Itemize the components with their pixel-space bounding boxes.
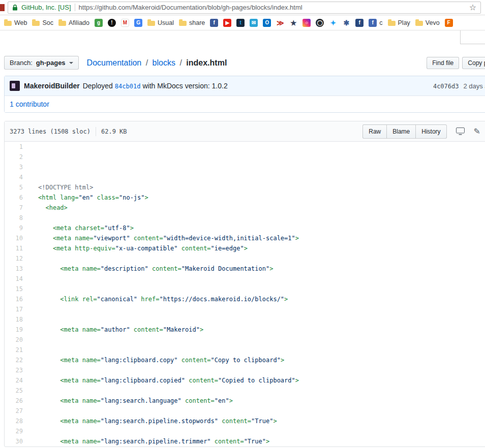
twitter-app-icon: t (236, 19, 245, 27)
bookmark-item[interactable]: ○ (300, 18, 313, 28)
breadcrumb-dir-link[interactable]: blocks (153, 58, 175, 67)
line-number[interactable]: 12 (5, 253, 28, 264)
line-number[interactable]: 14 (5, 274, 28, 284)
line-number[interactable]: 29 (5, 426, 28, 436)
code-table-body: 12345<!DOCTYPE html>6<html lang="en" cla… (5, 142, 485, 446)
code-line: 15 (5, 284, 485, 294)
edit-file-icon[interactable]: ✎ (474, 126, 480, 136)
line-number[interactable]: 19 (5, 325, 28, 335)
code-line: 1 (5, 142, 485, 152)
line-number[interactable]: 22 (5, 355, 28, 365)
bookmark-item[interactable]: ≫ (274, 18, 287, 28)
line-number[interactable]: 7 (5, 203, 28, 213)
line-number[interactable]: 4 (5, 172, 28, 182)
bookmark-item[interactable]: Vevo (413, 18, 442, 27)
bookmark-item[interactable]: ! (105, 18, 118, 28)
bookmark-item[interactable]: Web (2, 18, 29, 27)
line-number[interactable]: 11 (5, 243, 28, 253)
file-lines-info: 3273 lines (1508 sloc) (10, 128, 90, 135)
bookmark-item[interactable]: ★ (287, 18, 300, 28)
line-number[interactable]: 21 (5, 345, 28, 355)
code-line: 6<html lang="en" class="no-js"> (5, 193, 485, 203)
raw-button[interactable]: Raw (362, 124, 387, 139)
bookmark-item[interactable]: g (92, 18, 105, 28)
line-number[interactable]: 24 (5, 375, 28, 386)
line-number[interactable]: 1 (5, 142, 28, 152)
line-number[interactable]: 15 (5, 284, 28, 294)
code-text (28, 284, 485, 294)
line-number[interactable]: 30 (5, 436, 28, 446)
line-number[interactable]: 10 (5, 233, 28, 243)
instagram-icon: ○ (302, 19, 311, 27)
latest-commit-bar: MakeroidBuilder Deployed84cb01dwith MkDo… (5, 76, 485, 96)
bookmark-item[interactable]: Afiliado (56, 18, 92, 27)
code-line: 8 (5, 213, 485, 223)
line-number[interactable]: 2 (5, 152, 28, 162)
code-line: 13 <meta name="description" content="Mak… (5, 264, 485, 274)
bookmark-item[interactable]: ▶ (221, 18, 234, 28)
bookmark-star-icon[interactable]: ☆ (469, 4, 476, 12)
blame-button[interactable]: Blame (386, 124, 416, 139)
bookmark-label: Vevo (426, 19, 440, 26)
code-text: <meta name="lang:clipboard.copy" content… (28, 355, 485, 365)
bookmark-item[interactable]: f (207, 18, 221, 28)
bookmark-item[interactable]: Soc (29, 18, 56, 27)
bookmark-item[interactable]: O (260, 18, 274, 28)
code-text (28, 314, 485, 325)
url-text[interactable]: https://github.com/Makeroid/Documentatio… (79, 4, 466, 11)
line-number[interactable]: 16 (5, 294, 28, 304)
avatar[interactable] (10, 81, 20, 91)
code-line: 4 (5, 172, 485, 182)
history-button[interactable]: History (415, 124, 446, 139)
bookmark-item[interactable]: fc (366, 18, 385, 28)
bookmark-item[interactable]: Usual (145, 18, 176, 27)
bookmark-item[interactable]: ✦ (326, 18, 340, 28)
bookmark-item[interactable]: f (353, 18, 366, 28)
line-number[interactable]: 3 (5, 162, 28, 172)
bookmark-item[interactable]: ◯ (313, 18, 326, 28)
branch-selector-button[interactable]: Branch: gh-pages (4, 56, 79, 70)
code-text: <meta name="viewport" content="width=dev… (28, 233, 485, 243)
code-line: 3 (5, 162, 485, 172)
bookmark-item[interactable]: ✉ (247, 18, 260, 28)
copy-path-button[interactable]: Copy path (462, 57, 485, 69)
bookmark-item[interactable]: G (132, 18, 145, 28)
find-file-button[interactable]: Find file (427, 57, 459, 69)
line-number[interactable]: 18 (5, 314, 28, 325)
breadcrumb-repo-link[interactable]: Documentation (87, 58, 142, 67)
deploy-sha-link[interactable]: 84cb01d (115, 83, 141, 90)
bookmark-item[interactable]: t (234, 18, 247, 28)
bookmark-item[interactable]: share (176, 18, 207, 27)
line-number[interactable]: 17 (5, 304, 28, 314)
code-text (28, 162, 485, 172)
file-info: 3273 lines (1508 sloc) 62.9 KB (10, 127, 127, 136)
code-text: <meta name="lang:clipboard.copied" conte… (28, 375, 485, 386)
bookmark-item[interactable]: F (442, 18, 456, 28)
open-in-desktop-icon[interactable] (456, 127, 465, 135)
omnibox[interactable]: GitHub, Inc. [US] https://github.com/Mak… (8, 2, 481, 14)
line-number[interactable]: 9 (5, 223, 28, 233)
code-line: 26 <meta name="lang:search.language" con… (5, 396, 485, 406)
bookmark-item[interactable]: M (118, 18, 132, 28)
security-label: GitHub, Inc. [US] (21, 4, 71, 11)
commit-author-link[interactable]: MakeroidBuilder (24, 82, 80, 90)
line-number[interactable]: 23 (5, 365, 28, 375)
line-number[interactable]: 28 (5, 416, 28, 426)
line-number[interactable]: 6 (5, 193, 28, 203)
line-number[interactable]: 26 (5, 396, 28, 406)
code-line: 27 (5, 406, 485, 416)
chevron-down-icon (69, 62, 73, 64)
bookmark-item[interactable]: Play (385, 18, 413, 27)
line-number[interactable]: 5 (5, 182, 28, 193)
line-number[interactable]: 8 (5, 213, 28, 223)
line-number[interactable]: 20 (5, 335, 28, 345)
contributors-link[interactable]: 1 contributor (10, 100, 49, 108)
commit-message-text: with MkDocs version: 1.0.2 (142, 82, 227, 90)
line-number[interactable]: 25 (5, 386, 28, 396)
latest-commit-sha[interactable]: 4c076d3 (433, 83, 459, 90)
line-number[interactable]: 27 (5, 406, 28, 416)
line-number[interactable]: 13 (5, 264, 28, 274)
bookmark-item[interactable]: ✱ (340, 18, 353, 28)
folder-icon (388, 21, 396, 26)
code-text (28, 172, 485, 182)
